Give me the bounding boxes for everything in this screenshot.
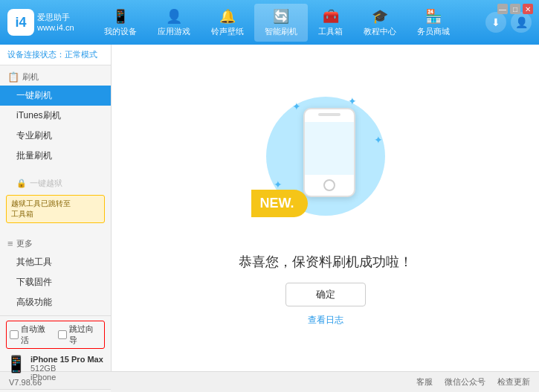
iphone-icon: 📱 (6, 355, 26, 374)
logo-text: 爱思助手 www.i4.cn (37, 12, 74, 33)
phone-body (303, 108, 355, 197)
sidebar-item-pro-flash[interactable]: 专业刷机 (0, 126, 111, 146)
auto-activate-row: 自动激活 跳过向导 (6, 321, 105, 349)
more-section: ≡ 更多 其他工具 下载固件 高级功能 (0, 232, 111, 315)
phone-home-btn (323, 179, 335, 191)
itunes-bar: 阻止iTunes运行 (0, 389, 111, 392)
device-icon: 📱 (112, 8, 129, 25)
sparkle-4: ✦ (274, 179, 283, 190)
success-illustration: ✦ ✦ ✦ ✦ NEW. (251, 89, 400, 238)
log-link[interactable]: 查看日志 (308, 314, 343, 327)
header: i4 爱思助手 www.i4.cn 📱 我的设备 👤 应用游戏 🔔 铃声壁纸 🔄 (0, 0, 539, 45)
success-text: 恭喜您，保资料刷机成功啦！ (239, 253, 413, 271)
nav-tabs: 📱 我的设备 👤 应用游戏 🔔 铃声壁纸 🔄 智能刷机 🧰 工具箱 🎓 (82, 4, 472, 42)
minimize-button[interactable]: — (497, 4, 508, 14)
jailbreak-disabled: 🔒 一键越狱 (0, 175, 111, 192)
nav-tab-smart-flash[interactable]: 🔄 智能刷机 (254, 4, 308, 42)
device-name: iPhone 15 Pro Max (30, 355, 103, 364)
auto-activate-checkbox-box[interactable] (10, 330, 19, 339)
confirm-button[interactable]: 确定 (285, 283, 366, 306)
logo: i4 爱思助手 www.i4.cn (7, 9, 82, 36)
lock-icon: 🔒 (16, 179, 27, 188)
sparkle-2: ✦ (348, 95, 357, 107)
main-content: ✦ ✦ ✦ ✦ NEW. 恭喜您，保资料刷机成功啦！ 确定 查看日志 (112, 45, 539, 371)
flash-section-icon: 📋 (7, 71, 19, 83)
apps-icon: 👤 (166, 8, 182, 25)
sparkle-3: ✦ (374, 134, 383, 146)
phone-screen (305, 122, 354, 175)
nav-tab-ringtones[interactable]: 🔔 铃声壁纸 (201, 4, 254, 42)
jailbreak-note: 越狱工具已跳转至 工具箱 (6, 195, 105, 223)
flash-section: 📋 刷机 一键刷机 iTunes刷机 专业刷机 批量刷机 (0, 65, 111, 169)
sidebar-item-one-key-flash[interactable]: 一键刷机 (0, 86, 111, 106)
sidebar-item-itunes-flash[interactable]: iTunes刷机 (0, 106, 111, 126)
sidebar: 设备连接状态：正常模式 📋 刷机 一键刷机 iTunes刷机 专业刷机 批量刷机… (0, 45, 112, 371)
check-update-link[interactable]: 检查更新 (497, 376, 530, 388)
sidebar-item-batch-flash[interactable]: 批量刷机 (0, 146, 111, 166)
toolbox-icon: 🧰 (323, 8, 339, 25)
header-right: ⬇ 👤 (472, 12, 532, 33)
tutorial-icon: 🎓 (372, 8, 388, 25)
new-badge: NEW. (251, 190, 308, 217)
logo-icon: i4 (7, 9, 34, 36)
new-label: NEW. (260, 196, 294, 211)
nav-tab-apps[interactable]: 👤 应用游戏 (147, 4, 201, 42)
device-storage: 512GB (30, 364, 103, 373)
flash-icon: 🔄 (273, 8, 289, 25)
nav-tab-tutorial[interactable]: 🎓 教程中心 (353, 4, 407, 42)
ringtones-icon: 🔔 (219, 8, 236, 25)
phone-speaker (318, 113, 340, 116)
more-section-icon: ≡ (7, 238, 13, 249)
guide-checkbox-box[interactable] (58, 330, 67, 339)
bottom-links: 客服 微信公众号 检查更新 (416, 376, 530, 388)
flash-section-header[interactable]: 📋 刷机 (0, 68, 111, 86)
sidebar-item-advanced[interactable]: 高级功能 (0, 292, 111, 312)
nav-tab-toolbox[interactable]: 🧰 工具箱 (308, 4, 353, 42)
sidebar-item-download-firmware[interactable]: 下载固件 (0, 272, 111, 292)
wechat-link[interactable]: 微信公众号 (445, 376, 485, 388)
download-button[interactable]: ⬇ (485, 12, 506, 33)
status-bar: 设备连接状态：正常模式 (0, 45, 111, 65)
more-section-header[interactable]: ≡ 更多 (0, 235, 111, 252)
maximize-button[interactable]: □ (510, 4, 520, 14)
auto-activate-checkbox[interactable]: 自动激活 (10, 324, 54, 346)
service-icon: 🏪 (425, 8, 442, 25)
nav-tab-my-device[interactable]: 📱 我的设备 (94, 4, 147, 42)
nav-tab-service[interactable]: 🏪 务员商城 (407, 4, 460, 42)
close-button[interactable]: ✕ (523, 4, 533, 14)
sparkle-1: ✦ (292, 100, 301, 112)
guide-checkbox[interactable]: 跳过向导 (58, 324, 102, 346)
version-label: V7.98.66 (9, 378, 42, 387)
user-button[interactable]: 👤 (511, 12, 532, 33)
customer-service-link[interactable]: 客服 (416, 376, 433, 388)
sidebar-item-other-tools[interactable]: 其他工具 (0, 252, 111, 272)
